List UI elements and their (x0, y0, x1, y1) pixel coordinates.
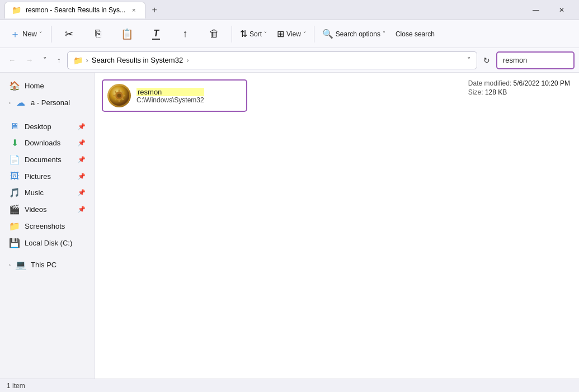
rename-icon: T (152, 29, 160, 40)
file-item-info: resmon C:\Windows\System32 (136, 88, 204, 104)
sidebar-item-videos[interactable]: 🎬 Videos 📌 (2, 201, 92, 218)
sidebar-item-desktop[interactable]: 🖥 Desktop 📌 (2, 119, 92, 134)
desktop-icon: 🖥 (9, 121, 20, 131)
main-area: 🏠 Home › ☁ a - Personal 🖥 Desktop 📌 ⬇ Do… (0, 73, 579, 379)
this-pc-expander-icon: › (9, 262, 11, 268)
address-bar[interactable]: 📁 › Search Results in System32 › ˅ (67, 51, 478, 69)
svg-rect-9 (113, 95, 116, 97)
sidebar-item-music[interactable]: 🎵 Music 📌 (2, 185, 92, 201)
file-item-path: C:\Windows\System32 (136, 96, 204, 104)
rename-button[interactable]: T (142, 22, 170, 46)
paste-button[interactable]: 📋 (113, 22, 141, 46)
sidebar-item-screenshots[interactable]: 📁 Screenshots (2, 218, 92, 234)
active-tab[interactable]: 📁 resmon - Search Results in Sys... × (4, 2, 145, 18)
cut-button[interactable]: ✂ (55, 22, 83, 46)
sidebar-item-this-pc[interactable]: › 💻 This PC (2, 257, 92, 273)
sidebar-item-downloads-label: Downloads (25, 139, 73, 147)
close-button[interactable]: ✕ (549, 0, 575, 20)
new-tab-button[interactable]: + (148, 3, 162, 17)
share-icon: ↑ (183, 28, 188, 40)
share-button[interactable]: ↑ (171, 22, 199, 46)
sidebar-item-documents-label: Documents (25, 155, 73, 164)
file-item-resmon[interactable]: resmon C:\Windows\System32 (102, 79, 247, 112)
new-icon: ＋ (10, 27, 20, 41)
minimize-button[interactable]: — (523, 0, 549, 20)
addressbar-area: ← → ˅ ↑ 📁 › Search Results in System32 ›… (0, 48, 579, 73)
sort-button[interactable]: ⇅ Sort ˅ (236, 24, 271, 44)
copy-button[interactable]: ⎘ (84, 22, 112, 46)
tab-bar: 📁 resmon - Search Results in Sys... × + (4, 2, 523, 18)
separator-1 (51, 26, 51, 42)
toolbar: ＋ New ˅ ✂ ⎘ 📋 T ↑ 🗑 ⇅ Sort ˅ ⊞ View ˅ 🔍 … (0, 20, 579, 48)
delete-icon: 🗑 (209, 28, 219, 40)
sidebar-item-home-label: Home (25, 82, 86, 90)
dropdown-button[interactable]: ˅ (39, 52, 51, 69)
documents-icon: 📄 (9, 154, 20, 165)
paste-icon: 📋 (121, 28, 133, 40)
tab-close-button[interactable]: × (130, 6, 138, 15)
new-label: New (22, 30, 37, 38)
date-modified-row: Date modified: 5/6/2022 10:20 PM (468, 79, 570, 87)
videos-pin-icon: 📌 (78, 206, 86, 213)
sidebar-item-downloads[interactable]: ⬇ Downloads 📌 (2, 135, 92, 151)
status-item-count: 1 item (7, 382, 25, 390)
up-button[interactable]: ↑ (53, 52, 65, 69)
search-options-label: Search options (336, 30, 380, 38)
close-search-button[interactable]: Close search (391, 24, 439, 44)
svg-rect-7 (119, 99, 120, 102)
expand-icon: › (9, 100, 11, 106)
search-options-button[interactable]: 🔍 Search options ˅ (318, 24, 390, 44)
address-chevron-icon: ˅ (467, 56, 471, 64)
tab-folder-icon: 📁 (12, 6, 21, 15)
sidebar-item-personal-label: a - Personal (31, 98, 86, 107)
view-icon: ⊞ (277, 29, 284, 39)
this-pc-icon: 💻 (15, 259, 26, 270)
view-label: View (286, 30, 301, 38)
view-chevron-icon: ˅ (303, 31, 306, 37)
search-input[interactable] (496, 51, 575, 69)
pictures-icon: 🖼 (9, 171, 20, 181)
cloud-icon: ☁ (15, 97, 26, 108)
downloads-pin-icon: 📌 (78, 139, 86, 147)
sort-icon: ⇅ (240, 29, 247, 39)
resmon-svg-icon (109, 85, 130, 106)
sidebar-item-personal[interactable]: › ☁ a - Personal (2, 95, 92, 111)
address-separator: › (86, 56, 88, 64)
content-area: resmon C:\Windows\System32 Date modified… (95, 73, 579, 379)
sidebar-item-documents[interactable]: 📄 Documents 📌 (2, 152, 92, 168)
sort-chevron-icon: ˅ (264, 31, 267, 37)
size-row: Size: 128 KB (468, 88, 570, 96)
sidebar-item-videos-label: Videos (25, 205, 73, 214)
sidebar-item-pictures-label: Pictures (25, 172, 73, 181)
close-search-label: Close search (396, 30, 435, 38)
svg-rect-5 (123, 95, 125, 97)
separator-2 (232, 26, 232, 42)
pictures-pin-icon: 📌 (78, 173, 86, 180)
sidebar-item-desktop-label: Desktop (25, 122, 73, 131)
size-label: Size: (468, 88, 483, 96)
forward-button[interactable]: → (22, 52, 37, 69)
sidebar-item-home[interactable]: 🏠 Home (2, 78, 92, 94)
desktop-pin-icon: 📌 (78, 123, 86, 130)
documents-pin-icon: 📌 (78, 156, 86, 163)
view-button[interactable]: ⊞ View ˅ (272, 24, 310, 44)
search-options-icon: 🔍 (322, 29, 333, 39)
refresh-button[interactable]: ↻ (479, 52, 494, 69)
address-folder-icon: 📁 (73, 56, 83, 65)
new-button[interactable]: ＋ New ˅ (4, 22, 48, 46)
sidebar-item-local-disk[interactable]: 💾 Local Disk (C:) (2, 235, 92, 251)
sidebar-item-local-disk-label: Local Disk (C:) (25, 239, 86, 247)
downloads-icon: ⬇ (9, 138, 20, 148)
sidebar-item-music-label: Music (25, 188, 73, 197)
sidebar-item-pictures[interactable]: 🖼 Pictures 📌 (2, 168, 92, 184)
home-icon: 🏠 (9, 81, 20, 91)
sidebar: 🏠 Home › ☁ a - Personal 🖥 Desktop 📌 ⬇ Do… (0, 73, 95, 379)
music-pin-icon: 📌 (78, 189, 86, 196)
back-button[interactable]: ← (4, 52, 20, 69)
window-controls: — ✕ (523, 0, 575, 20)
separator-3 (314, 26, 314, 42)
local-disk-icon: 💾 (9, 238, 20, 248)
date-modified-value: 5/6/2022 10:20 PM (514, 79, 570, 87)
delete-button[interactable]: 🗑 (200, 22, 228, 46)
title-bar: 📁 resmon - Search Results in Sys... × + … (0, 0, 579, 20)
